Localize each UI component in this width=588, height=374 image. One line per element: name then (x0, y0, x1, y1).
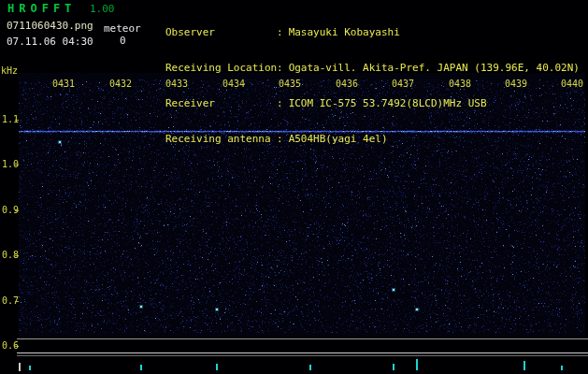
info-label: Receiving Location (165, 63, 277, 74)
info-label: Observer (165, 27, 277, 38)
time-tick-label: 0439 (505, 79, 527, 89)
station-info-row: Receiving Location:Ogata-vill. Akita-Pre… (165, 63, 580, 74)
freq-tick-label: 0.6 (2, 340, 19, 351)
info-value: A504HB(yagi 4el) (283, 133, 388, 145)
output-filename: 0711060430.png (7, 20, 93, 32)
app-version: 1.00 (90, 3, 115, 15)
freq-axis-unit: kHz (1, 65, 18, 76)
info-colon: : (277, 97, 283, 109)
time-tick-label: 0431 (52, 79, 75, 89)
meteor-counter-label: meteor (104, 22, 141, 35)
time-tick-label: 0436 (336, 79, 358, 89)
station-info-row: Receiving antenna:A504HB(yagi 4el) (165, 134, 580, 145)
time-tick-label: 0438 (449, 79, 471, 89)
time-tick-label: 0434 (222, 79, 245, 89)
date-time: 07.11.06 04:30 (7, 36, 93, 48)
info-colon: : (277, 26, 283, 38)
time-tick-label: 0433 (165, 79, 188, 89)
station-info-row: Observer:Masayuki Kobayashi (165, 27, 580, 38)
station-info-row: Receiver:ICOM IC-575 53.7492(8LCD)MHz US… (165, 98, 580, 109)
freq-tick-label: 0.7 (2, 295, 19, 306)
hrofft-window: HROFFT 1.00 0711060430.png meteor 0 07.1… (0, 0, 588, 374)
info-colon: : (277, 133, 283, 145)
info-value: ICOM IC-575 53.7492(8LCD)MHz USB (283, 97, 487, 109)
time-tick-label: 0437 (392, 79, 414, 89)
time-tick-label: 0432 (109, 79, 132, 89)
freq-tick-label: 1.0 (2, 159, 19, 169)
info-colon: : (277, 62, 283, 74)
app-title: HROFFT (7, 2, 76, 15)
info-label: Receiving antenna (165, 134, 277, 145)
info-label: Receiver (165, 98, 277, 109)
freq-tick-label: 0.8 (2, 250, 19, 260)
freq-tick-label: 1.1 (2, 114, 19, 124)
info-value: Ogata-vill. Akita-Pref. JAPAN (139.96E, … (283, 62, 580, 74)
time-tick-label: 0440 (561, 79, 583, 89)
freq-tick-label: 0.9 (2, 205, 19, 215)
time-tick-label: 0435 (279, 79, 301, 89)
info-value: Masayuki Kobayashi (283, 26, 400, 38)
meteor-counter-value: 0 (120, 35, 126, 47)
